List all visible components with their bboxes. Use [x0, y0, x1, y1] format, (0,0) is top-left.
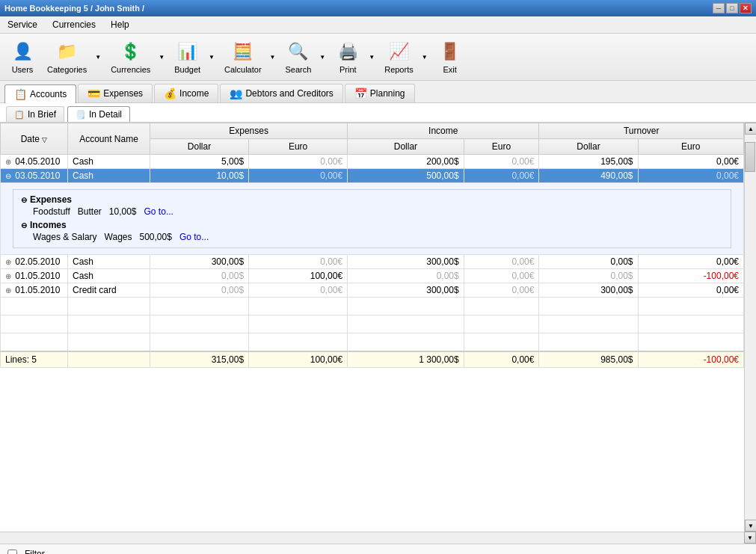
row-inc-dollar: 300,00$ [348, 283, 464, 298]
tab-expenses[interactable]: 💳 Expenses [78, 84, 153, 102]
expenses-section-header: ⊖ Expenses [21, 194, 723, 205]
menu-currencies[interactable]: Currencies [48, 18, 100, 31]
currencies-button-group: 💲 Currencies ▼ [105, 37, 168, 77]
expand-icon[interactable]: ⊕ [5, 272, 11, 280]
income-category: Wages & Salary [33, 232, 97, 242]
calculator-button[interactable]: 🧮 Calculator [219, 37, 267, 77]
row-turn-dollar: 490,00$ [539, 169, 638, 183]
currencies-arrow[interactable]: ▼ [156, 37, 168, 77]
expand-icon[interactable]: ⊕ [5, 286, 11, 295]
minimize-button[interactable]: ─ [713, 3, 725, 13]
row-turn-dollar: 0,00$ [539, 255, 638, 269]
table-row[interactable]: ⊕ 04.05.2010 Cash 5,00$ 0,00€ 200,00$ 0,… [1, 155, 744, 169]
expand-icon[interactable]: ⊖ [5, 172, 11, 180]
tab-debtors[interactable]: 👥 Debtors and Creditors [220, 84, 342, 102]
expand-icon[interactable]: ⊕ [5, 258, 11, 266]
account-name-header[interactable]: Account Name [68, 123, 150, 155]
currencies-button[interactable]: 💲 Currencies [105, 37, 156, 77]
income-detail-row: Wages & Salary Wages 500,00$ Go to... [21, 232, 723, 242]
budget-arrow[interactable]: ▼ [206, 37, 218, 77]
budget-label: Budget [174, 65, 200, 74]
expenses-expand-icon[interactable]: ⊖ [21, 196, 27, 204]
table-row[interactable]: ⊕ 02.05.2010 Cash 300,00$ 0,00€ 300,00$ … [1, 255, 744, 269]
row-account: Cash [68, 255, 150, 269]
calculator-arrow[interactable]: ▼ [267, 37, 279, 77]
row-exp-dollar: 5,00$ [150, 155, 249, 169]
in-detail-label: In Detail [89, 109, 122, 120]
filter-section: Filter Period from 📅 ✕ till 📅 ✕ Account … [0, 544, 756, 554]
sub-tabs: 📋 In Brief 🗒️ In Detail [0, 103, 756, 123]
expand-icon[interactable]: ⊕ [5, 158, 11, 166]
print-arrow[interactable]: ▼ [366, 37, 378, 77]
reports-arrow[interactable]: ▼ [419, 37, 431, 77]
income-goto-link[interactable]: Go to... [179, 232, 209, 242]
filter-checkbox[interactable] [7, 550, 17, 555]
users-button[interactable]: 👤 Users [4, 37, 40, 77]
row-exp-dollar: 0,00$ [150, 283, 249, 298]
tab-planning[interactable]: 📅 Planning [345, 84, 415, 102]
row-inc-euro: 0,00€ [464, 283, 539, 298]
detail-box: ⊖ Expenses Foodstuff Butter 10,00$ Go to… [13, 189, 731, 248]
menu-help[interactable]: Help [106, 18, 134, 31]
filter-checkbox-row: Filter [7, 549, 749, 554]
incomes-expand-icon[interactable]: ⊖ [21, 221, 27, 230]
empty-row [1, 333, 744, 351]
search-icon: 🔍 [286, 40, 310, 64]
maximize-button[interactable]: □ [726, 3, 738, 13]
expense-goto-link[interactable]: Go to... [144, 206, 173, 217]
table-row[interactable]: ⊖ 03.05.2010 Cash 10,00$ 0,00€ 500,00$ 0… [1, 169, 744, 183]
in-brief-icon: 📋 [14, 110, 25, 120]
date-header[interactable]: Date ▽ [1, 123, 68, 155]
sub-tab-in-detail[interactable]: 🗒️ In Detail [67, 106, 130, 122]
row-exp-dollar: 0,00$ [150, 269, 249, 283]
scroll-thumb[interactable] [745, 142, 755, 172]
tab-income[interactable]: 💰 Income [154, 84, 218, 102]
sub-tab-in-brief[interactable]: 📋 In Brief [6, 106, 64, 122]
search-button-group: 🔍 Search ▼ [280, 37, 328, 77]
table-row[interactable]: ⊕ 01.05.2010 Cash 0,00$ 100,00€ 0,00$ 0,… [1, 269, 744, 283]
summary-exp-dollar: 315,00$ [150, 351, 249, 368]
income-subcategory: Wages [105, 232, 132, 242]
row-date: 01.05.2010 [15, 271, 60, 281]
budget-button[interactable]: 📊 Budget [169, 37, 206, 77]
scroll-track[interactable] [745, 135, 756, 520]
inc-euro-header: Euro [464, 139, 539, 155]
empty-row [1, 298, 744, 316]
menu-bar: Service Currencies Help [0, 16, 756, 34]
table-row[interactable]: ⊕ 01.05.2010 Credit card 0,00$ 0,00€ 300… [1, 283, 744, 298]
bottom-scroll-down[interactable]: ▼ [744, 532, 756, 544]
row-inc-dollar: 300,00$ [348, 255, 464, 269]
exp-dollar-header: Dollar [150, 139, 249, 155]
exit-button[interactable]: 🚪 Exit [432, 37, 468, 77]
categories-button-group: 📁 Categories ▼ [42, 37, 104, 77]
search-button[interactable]: 🔍 Search [280, 37, 316, 77]
print-button-group: 🖨️ Print ▼ [330, 37, 378, 77]
row-exp-euro: 0,00€ [249, 169, 348, 183]
tab-accounts[interactable]: 📋 Accounts [4, 84, 76, 103]
planning-tab-label: Planning [370, 88, 405, 99]
menu-service[interactable]: Service [3, 18, 42, 31]
categories-button[interactable]: 📁 Categories [42, 37, 92, 77]
calculator-icon: 🧮 [231, 40, 255, 64]
calculator-label: Calculator [224, 65, 262, 74]
row-inc-dollar: 500,00$ [348, 169, 464, 183]
debtors-tab-label: Debtors and Creditors [245, 88, 333, 99]
print-button[interactable]: 🖨️ Print [330, 37, 366, 77]
summary-row: Lines: 5 315,00$ 100,00€ 1 300,00$ 0,00€… [1, 351, 744, 368]
row-turn-dollar: 0,00$ [539, 269, 638, 283]
row-turn-euro: -100,00€ [638, 269, 743, 283]
row-date: 04.05.2010 [15, 156, 60, 167]
main-tabs: 📋 Accounts 💳 Expenses 💰 Income 👥 Debtors… [0, 81, 756, 103]
accounts-tab-label: Accounts [30, 89, 67, 99]
row-account: Cash [68, 269, 150, 283]
incomes-section-label: Incomes [30, 220, 67, 230]
search-arrow[interactable]: ▼ [316, 37, 328, 77]
users-label: Users [12, 65, 34, 74]
categories-arrow[interactable]: ▼ [92, 37, 104, 77]
scroll-down-button[interactable]: ▼ [745, 520, 756, 532]
row-inc-dollar: 0,00$ [348, 269, 464, 283]
reports-button[interactable]: 📈 Reports [379, 37, 419, 77]
reports-icon: 📈 [387, 40, 411, 64]
scroll-up-button[interactable]: ▲ [745, 123, 756, 135]
close-button[interactable]: ✕ [740, 3, 752, 13]
